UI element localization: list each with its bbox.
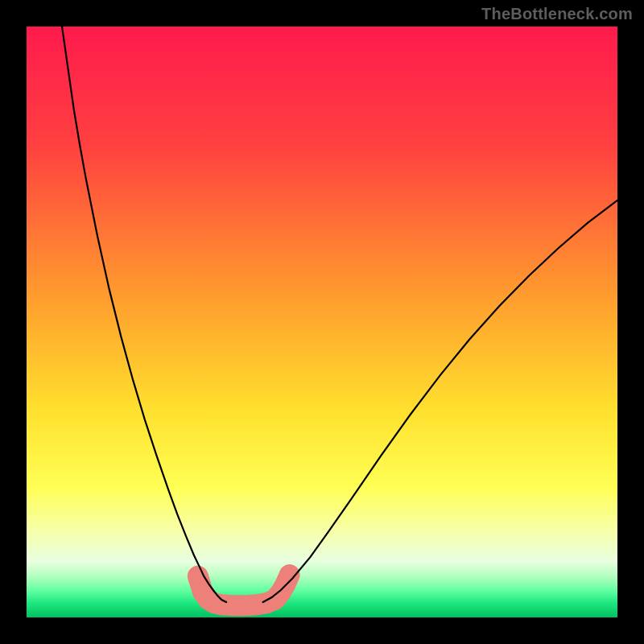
gradient-background: [27, 27, 617, 617]
bottleneck-curve-plot: [0, 0, 644, 644]
chart-container: TheBottleneck.com: [0, 0, 644, 644]
